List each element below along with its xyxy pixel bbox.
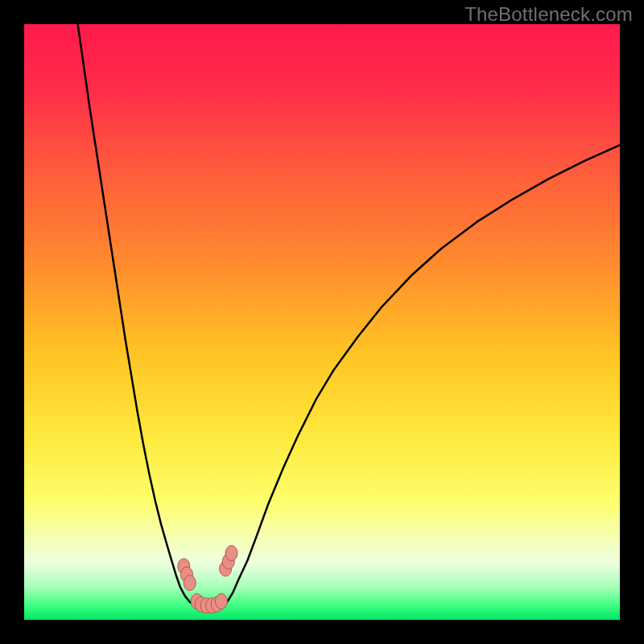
chart-svg: [24, 24, 620, 620]
app-frame: TheBottleneck.com: [0, 0, 644, 644]
data-marker: [215, 594, 227, 609]
data-marker: [184, 576, 196, 591]
bottleneck-chart: [24, 24, 620, 620]
watermark-label: TheBottleneck.com: [464, 3, 633, 26]
gradient-background: [24, 24, 620, 620]
data-marker: [225, 546, 237, 561]
